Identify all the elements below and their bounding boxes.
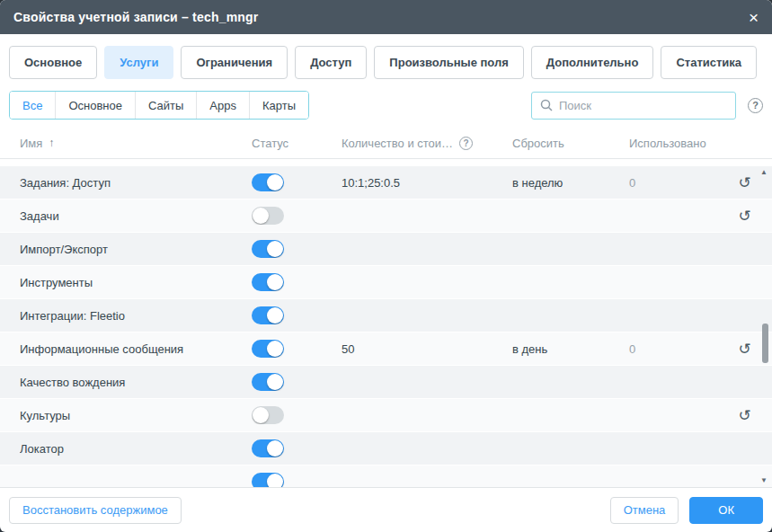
service-name: Качество вождения bbox=[20, 376, 252, 389]
service-toggle[interactable] bbox=[252, 207, 284, 225]
ok-button[interactable]: ОК bbox=[689, 497, 763, 524]
sort-asc-icon: ↑ bbox=[49, 137, 54, 149]
service-name: Интеграции: Fleetio bbox=[20, 309, 252, 323]
column-name[interactable]: Имя ↑ bbox=[20, 137, 252, 150]
service-row: Интеграции: Fleetio ↺ bbox=[0, 299, 772, 332]
toggle-knob bbox=[253, 407, 269, 423]
dialog-titlebar: Свойства учетной записи – tech_mngr × bbox=[0, 0, 772, 34]
tab-1[interactable]: Основное bbox=[9, 46, 97, 79]
service-reset-interval: в день bbox=[512, 342, 629, 356]
toggle-knob bbox=[267, 341, 283, 357]
toggle-knob bbox=[267, 307, 283, 324]
cancel-button[interactable]: Отмена bbox=[610, 497, 679, 524]
filter-tab-5[interactable]: Карты bbox=[250, 92, 308, 119]
reset-icon[interactable]: ↺ bbox=[738, 408, 750, 423]
service-name: Информационные сообщения bbox=[20, 342, 252, 356]
service-used: 0 bbox=[629, 342, 728, 356]
service-toggle[interactable] bbox=[252, 373, 284, 391]
close-icon[interactable]: × bbox=[749, 9, 759, 26]
service-toggle[interactable] bbox=[252, 439, 284, 457]
service-row: Культуры ↺ bbox=[0, 399, 772, 431]
service-row: Информационные сообщения 50 в день 0 ↺ bbox=[0, 332, 772, 365]
toggle-knob bbox=[267, 241, 283, 257]
service-row: Качество вождения ↺ bbox=[0, 366, 772, 398]
service-toggle[interactable] bbox=[252, 473, 284, 487]
service-toggle[interactable] bbox=[252, 406, 284, 424]
scroll-up-icon[interactable]: ▲ bbox=[759, 168, 769, 176]
toggle-knob bbox=[253, 208, 269, 224]
service-reset-interval: в неделю bbox=[512, 176, 629, 190]
search-icon bbox=[540, 99, 553, 111]
column-reset: Сбросить bbox=[512, 137, 629, 150]
toggle-knob bbox=[267, 174, 283, 191]
reset-icon[interactable]: ↺ bbox=[738, 341, 750, 357]
toggle-knob bbox=[267, 274, 283, 290]
dialog-title: Свойства учетной записи – tech_mngr bbox=[13, 10, 258, 24]
service-toggle[interactable] bbox=[252, 273, 284, 291]
service-row: Импорт/Экспорт ↺ bbox=[0, 233, 772, 265]
service-row: Инструменты ↺ bbox=[0, 266, 772, 298]
service-quantity: 10:1;25:0.5 bbox=[342, 176, 512, 190]
search-input[interactable] bbox=[559, 99, 727, 112]
tab-5[interactable]: Произвольные поля bbox=[374, 46, 523, 79]
dialog-tabs: ОсновноеУслугиОграниченияДоступПроизволь… bbox=[0, 34, 772, 84]
service-name: Задания: Доступ bbox=[20, 176, 252, 190]
filter-tab-2[interactable]: Основное bbox=[56, 92, 136, 119]
filter-tab-3[interactable]: Сайты bbox=[136, 92, 197, 119]
service-toggle[interactable] bbox=[252, 306, 284, 324]
service-toggle[interactable] bbox=[252, 173, 284, 191]
service-row: ↺ bbox=[0, 466, 772, 487]
service-name: Инструменты bbox=[20, 276, 252, 289]
restore-content-button[interactable]: Восстановить содержимое bbox=[9, 497, 182, 524]
tab-2[interactable]: Услуги bbox=[104, 46, 173, 79]
service-name: Культуры bbox=[20, 409, 252, 422]
tab-6[interactable]: Дополнительно bbox=[531, 46, 654, 79]
column-used: Использовано bbox=[629, 137, 728, 150]
service-name: Импорт/Экспорт bbox=[20, 243, 252, 256]
column-status: Статус bbox=[252, 137, 342, 150]
service-category-filter: ВсеОсновноеСайтыAppsКарты bbox=[9, 91, 309, 120]
service-used: 0 bbox=[629, 176, 728, 190]
tab-3[interactable]: Ограничения bbox=[181, 46, 288, 79]
account-properties-dialog: Свойства учетной записи – tech_mngr × Ос… bbox=[0, 0, 772, 532]
search-box[interactable] bbox=[531, 92, 736, 120]
quantity-help-icon[interactable]: ? bbox=[459, 137, 473, 150]
service-row: Задания: Доступ 10:1;25:0.5 в неделю 0 ↺ bbox=[0, 166, 772, 199]
service-name: Задачи bbox=[20, 209, 252, 223]
service-row: Задачи ↺ bbox=[0, 200, 772, 232]
toggle-knob bbox=[267, 474, 283, 487]
scrollbar-thumb[interactable] bbox=[762, 324, 768, 363]
reset-icon[interactable]: ↺ bbox=[738, 208, 750, 224]
services-table-body: Задания: Доступ 10:1;25:0.5 в неделю 0 ↺… bbox=[0, 159, 772, 487]
filter-tab-4[interactable]: Apps bbox=[197, 92, 250, 119]
service-row: Локатор ↺ bbox=[0, 432, 772, 465]
tab-4[interactable]: Доступ bbox=[295, 46, 367, 79]
scroll-down-icon[interactable]: ▼ bbox=[759, 476, 769, 484]
toggle-knob bbox=[267, 440, 283, 457]
toggle-knob bbox=[267, 374, 283, 390]
service-toggle[interactable] bbox=[252, 340, 284, 358]
help-icon[interactable]: ? bbox=[748, 98, 763, 113]
filter-tab-1[interactable]: Все bbox=[10, 92, 56, 119]
dialog-footer: Восстановить содержимое Отмена ОК bbox=[0, 487, 772, 532]
service-quantity: 50 bbox=[342, 342, 512, 356]
service-toggle[interactable] bbox=[252, 240, 284, 258]
filter-row: ВсеОсновноеСайтыAppsКарты ? bbox=[0, 84, 772, 128]
reset-icon[interactable]: ↺ bbox=[738, 175, 750, 191]
table-header: Имя ↑ Статус Количество и стои… ? Сброси… bbox=[0, 128, 772, 159]
service-name: Локатор bbox=[20, 442, 252, 456]
tab-7[interactable]: Статистика bbox=[661, 46, 757, 79]
column-quantity: Количество и стои… ? bbox=[342, 137, 512, 150]
